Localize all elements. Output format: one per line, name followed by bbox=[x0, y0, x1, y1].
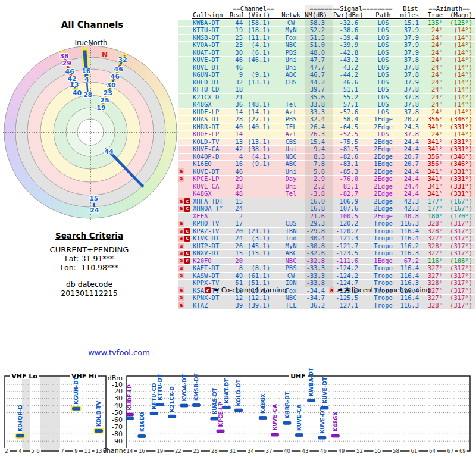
cell-true: 177° bbox=[424, 198, 446, 205]
adjacent-warning-icon: a bbox=[178, 295, 184, 301]
bar-callsign-label: KTTU-DT bbox=[157, 374, 163, 400]
cell-miles: 37.8 bbox=[397, 57, 424, 63]
band-title: UHF bbox=[290, 373, 306, 380]
cell-miles: 20.7 bbox=[397, 161, 424, 167]
cell-virt: (38.1) bbox=[248, 146, 277, 152]
cell-virt: (9.1) bbox=[248, 71, 277, 78]
cell-net: Azt bbox=[277, 131, 305, 137]
cell-call: K48GX bbox=[192, 190, 230, 197]
cell-magn: (331°) bbox=[446, 176, 475, 182]
cell-real: 49 bbox=[230, 273, 248, 279]
cell-real: 28 bbox=[230, 116, 248, 123]
cell-virt: (9.1) bbox=[248, 161, 277, 167]
cell-nm: -33.8 bbox=[305, 280, 333, 286]
cell-virt: (21.1) bbox=[248, 228, 277, 234]
cell-call: KUAT-DT bbox=[192, 49, 230, 56]
warning-badges: a bbox=[178, 168, 192, 174]
cell-pwr: -42.8 bbox=[333, 49, 369, 56]
warning-badges: ac bbox=[178, 198, 192, 204]
cell-virt: (45.1) bbox=[248, 243, 277, 249]
cell-miles: 24.4 bbox=[397, 139, 424, 145]
signal-bar bbox=[17, 434, 24, 437]
cell-nm: -16.0 bbox=[305, 198, 333, 205]
cell-call: KVOA-DT bbox=[192, 42, 230, 48]
cell-true: 24° bbox=[424, 101, 446, 108]
cell-nm: 2.9 bbox=[305, 176, 333, 182]
cell-net: NBC bbox=[277, 154, 305, 160]
signal-bar bbox=[331, 434, 339, 437]
cell-nm: 5.6 bbox=[305, 168, 333, 175]
cell-real: 14 bbox=[230, 109, 248, 115]
cell-pwr: -100.5 bbox=[333, 213, 369, 220]
channel-tick-label: 22 bbox=[175, 448, 181, 454]
cell-miles: 24.4 bbox=[397, 176, 424, 182]
cell-magn: (331°) bbox=[446, 183, 475, 190]
cell-real: 46 bbox=[230, 64, 248, 71]
cell-pwr: -64.5 bbox=[333, 124, 369, 130]
cell-pwr: -55.2 bbox=[333, 94, 369, 101]
cell-nm: -32.8 bbox=[305, 258, 333, 264]
table-row: KUAS-DT28(27.1)PBS32.4-58.41Edge20.7356°… bbox=[178, 116, 475, 124]
table-row: KUDF-LP14Azt26.3-52.5LOS37.824°(14°) bbox=[178, 131, 475, 139]
cell-virt: (3.1) bbox=[248, 235, 277, 242]
adjacent-warning-icon: a bbox=[178, 236, 184, 242]
table-row: acKNXV-DT15(15.1)ABC-32.6-123.5Tropo116.… bbox=[178, 250, 475, 258]
cell-magn: (14°) bbox=[446, 35, 475, 41]
table-row: K04QP-D4(4.1)NBC8.3-82.62Edge20.7356°(34… bbox=[178, 154, 475, 161]
cell-virt: (40.1) bbox=[248, 124, 277, 130]
cell-path: 2Edge bbox=[369, 154, 397, 160]
cell-true: 341° bbox=[424, 146, 446, 152]
cell-call: KAET-DT bbox=[192, 265, 230, 271]
spoke-label: 44 bbox=[105, 148, 114, 155]
cell-nm: 15.4 bbox=[305, 139, 333, 145]
cell-pwr: -32.6 bbox=[333, 20, 369, 26]
spoke-label: 16 bbox=[82, 67, 91, 75]
signal-bar bbox=[156, 403, 164, 406]
table-row: K21CX-D2135.6-55.2LOS37.824°(14°) bbox=[178, 94, 475, 102]
cell-path: Tropo bbox=[369, 280, 397, 286]
cell-virt: (48.1) bbox=[248, 101, 277, 108]
cell-net: Uni bbox=[277, 168, 305, 175]
cell-call: KMSB-DT bbox=[192, 35, 230, 41]
cell-nm: 46.7 bbox=[305, 71, 333, 78]
tvfool-link[interactable]: www.tvfool.com bbox=[88, 348, 150, 357]
cell-path: Tropo bbox=[369, 220, 397, 227]
cell-pwr: -107.6 bbox=[333, 205, 369, 212]
cell-net: ABC bbox=[277, 250, 305, 256]
table-column-header: Callsign Real (Virt) Netwk NM(dB) Pwr(dB… bbox=[178, 12, 475, 20]
cell-miles: 24.4 bbox=[397, 190, 424, 197]
legend-cochannel-text: = Co-channel warning bbox=[214, 286, 286, 294]
cell-real: 26 bbox=[230, 243, 248, 249]
cell-real: 25 bbox=[230, 35, 248, 41]
channel-tick-label: 67 bbox=[447, 448, 454, 454]
cell-true: 328° bbox=[424, 280, 446, 286]
dbm-tick-label: -90 bbox=[112, 437, 123, 445]
adjacent-warning-icon: a bbox=[178, 168, 184, 174]
cell-miles: 37.8 bbox=[397, 131, 424, 137]
cell-real: 4 bbox=[230, 154, 248, 160]
cell-path: Tropo bbox=[369, 228, 397, 234]
cell-path: LOS bbox=[369, 35, 397, 41]
cell-real: 20 bbox=[230, 258, 248, 264]
cell-virt: (51.1) bbox=[248, 280, 277, 286]
table-row: aKASW-DT49(61.1)CW-33.3-124.2Tropo116.43… bbox=[178, 273, 475, 280]
cell-call: KUVE-CA bbox=[192, 146, 230, 152]
cell-call: KUAS-DT bbox=[192, 116, 230, 123]
cell-true: 328° bbox=[424, 228, 446, 234]
table-row: aKPCE-LP29Day2.9-76.02Edge24.4341°(331°) bbox=[178, 176, 475, 183]
search-criteria: Search Criteria CURRENT+PENDING Lat: 31.… bbox=[0, 231, 178, 272]
table-row: KUAT-DT30(6.1)PBS48.0-42.8LOS37.924°(14°… bbox=[178, 49, 475, 57]
adjacent-warning-icon: a bbox=[329, 287, 334, 293]
cell-magn: (317°) bbox=[446, 220, 475, 227]
legend-adjacent-text: = Adjacent channel warning bbox=[337, 286, 430, 294]
db-datecode: db datecode 201301112215 bbox=[0, 280, 178, 298]
spoke-label: 28 bbox=[83, 91, 92, 99]
cell-true: 24° bbox=[424, 71, 446, 78]
legend-adjacent: a = Adjacent channel warning bbox=[329, 286, 430, 294]
cell-true: 328° bbox=[424, 302, 446, 309]
signal-bar bbox=[192, 403, 200, 406]
cell-true: 24° bbox=[424, 131, 446, 137]
cell-path: LOS bbox=[369, 20, 397, 26]
cochannel-warning-icon: c bbox=[184, 206, 190, 212]
cochannel-warning-icon: c bbox=[184, 236, 190, 242]
